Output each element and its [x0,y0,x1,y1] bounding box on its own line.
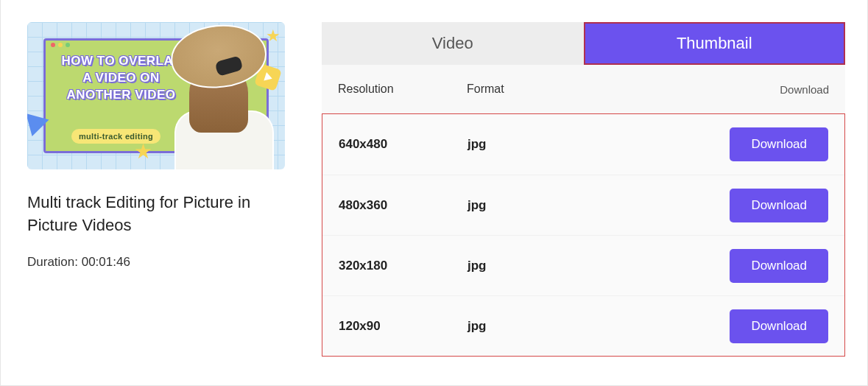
video-duration: Duration: 00:01:46 [27,255,285,270]
resolution-value: 480x360 [339,198,467,213]
download-button[interactable]: Download [730,309,828,343]
table-row: 320x180 jpg Download [322,235,844,295]
table-row: 120x90 jpg Download [322,295,844,356]
tab-thumbnail[interactable]: Thumbnail [584,22,846,65]
table-row: 640x480 jpg Download [322,114,844,175]
star-icon: ★ [134,139,152,164]
video-title: Multi track Editing for Picture in Pictu… [27,192,285,237]
header-format: Format [467,83,780,96]
download-button[interactable]: Download [730,127,828,161]
format-value: jpg [467,259,730,273]
download-options-panel: Video Thumbnail Resolution Format Downlo… [322,22,845,363]
download-button[interactable]: Download [730,189,828,222]
table-header: Resolution Format Download [322,65,845,113]
tab-bar: Video Thumbnail [322,22,845,65]
resolution-value: 640x480 [339,137,467,152]
table-row: 480x360 jpg Download [322,175,844,235]
header-resolution: Resolution [338,83,467,96]
format-value: jpg [467,319,730,334]
download-rows: 640x480 jpg Download 480x360 jpg Downloa… [322,113,845,357]
format-value: jpg [467,137,730,152]
header-download: Download [780,83,829,96]
format-value: jpg [467,198,730,213]
tab-video[interactable]: Video [322,22,584,65]
resolution-value: 120x90 [339,319,467,334]
star-icon: ★ [266,27,280,46]
video-info-panel: HOW TO OVERLAY A VIDEO ON ANOTHER VIDEO … [27,22,285,363]
resolution-value: 320x180 [339,259,467,273]
video-thumbnail-preview: HOW TO OVERLAY A VIDEO ON ANOTHER VIDEO … [27,22,285,169]
download-button[interactable]: Download [730,249,828,283]
